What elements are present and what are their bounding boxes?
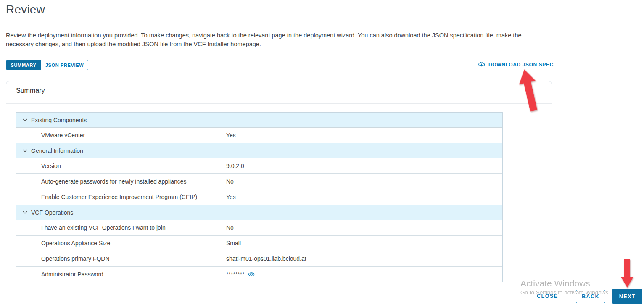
summary-row: Operations primary FQDNshati-m01-ops01.i…: [16, 251, 502, 267]
description-line-2: necessary changes, and then upload the m…: [6, 40, 522, 49]
chevron-down-icon: [22, 210, 28, 215]
back-button[interactable]: BACK: [576, 290, 605, 303]
section-header-row[interactable]: General Information: [16, 143, 502, 158]
section-title: VCF Operations: [31, 209, 73, 216]
summary-row: Enable Customer Experience Improvement P…: [16, 189, 502, 205]
row-label: Auto-generate passwords for newly instal…: [41, 178, 187, 185]
section-header-row[interactable]: VCF Operations: [16, 205, 502, 220]
chevron-down-icon: [22, 117, 28, 123]
summary-row: Operations Appliance SizeSmall: [16, 236, 502, 251]
row-value: No: [226, 178, 234, 185]
row-value: No: [226, 224, 234, 231]
password-masked-value: ********: [226, 271, 255, 278]
summary-row: Version9.0.2.0: [16, 158, 502, 174]
summary-table: Existing ComponentsVMware vCenterYesGene…: [16, 112, 503, 282]
summary-row: VMware vCenterYes: [16, 128, 502, 143]
row-value: Yes: [226, 132, 236, 139]
summary-row: Auto-generate passwords for newly instal…: [16, 174, 502, 189]
cloud-download-icon: [478, 61, 485, 68]
section-title: General Information: [31, 147, 83, 154]
row-label: VMware vCenter: [41, 132, 85, 139]
tab-json-preview[interactable]: JSON PREVIEW: [41, 60, 88, 70]
panel-divider: [6, 103, 552, 104]
row-value: Small: [226, 240, 241, 247]
eye-icon[interactable]: [248, 271, 255, 278]
panel-title: Summary: [16, 87, 45, 94]
view-toggle-group: SUMMARY JSON PREVIEW: [6, 60, 88, 70]
section-header-row[interactable]: Existing Components: [16, 113, 502, 128]
close-button[interactable]: CLOSE: [537, 293, 558, 299]
row-label: Operations primary FQDN: [41, 255, 110, 262]
summary-row: Administrator Password********: [16, 267, 502, 282]
row-value: 9.0.2.0: [226, 163, 244, 169]
description-line-1: Review the deployment information you pr…: [6, 31, 522, 40]
summary-row: I have an existing VCF Operations I want…: [16, 220, 502, 236]
row-label: Enable Customer Experience Improvement P…: [41, 194, 197, 200]
chevron-down-icon: [22, 148, 28, 154]
row-value: Yes: [226, 194, 236, 200]
red-arrow-annotation-next: [620, 259, 634, 288]
row-label: Administrator Password: [41, 271, 103, 278]
summary-panel: Summary Existing ComponentsVMware vCente…: [6, 81, 552, 282]
download-json-spec-link[interactable]: DOWNLOAD JSON SPEC: [478, 61, 554, 68]
page-description: Review the deployment information you pr…: [6, 31, 522, 48]
row-label: Operations Appliance Size: [41, 240, 110, 247]
section-title: Existing Components: [31, 117, 87, 123]
row-label: I have an existing VCF Operations I want…: [41, 224, 166, 231]
tab-summary[interactable]: SUMMARY: [6, 60, 41, 70]
page-title: Review: [6, 3, 45, 16]
row-label: Version: [41, 163, 61, 169]
review-page: Review Review the deployment information…: [0, 0, 644, 307]
download-link-label: DOWNLOAD JSON SPEC: [488, 62, 554, 68]
row-value: shati-m01-ops01.ilab.bcloud.at: [226, 255, 306, 262]
next-button[interactable]: NEXT: [612, 289, 642, 304]
